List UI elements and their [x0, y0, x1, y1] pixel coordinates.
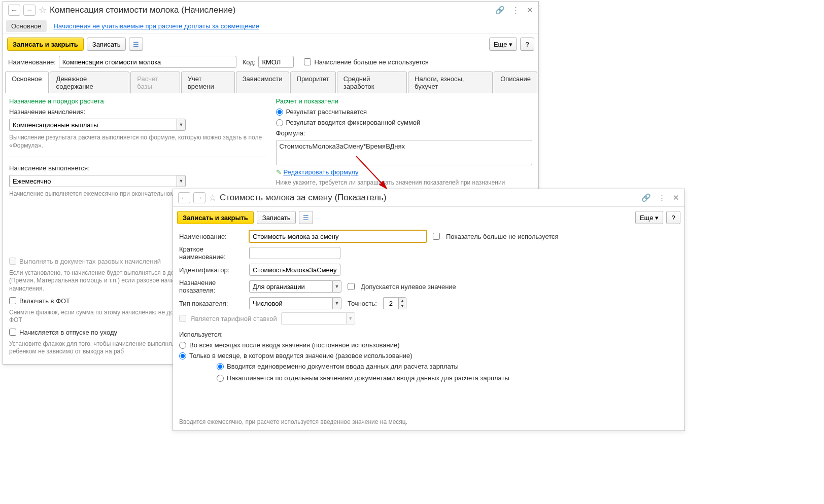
tab-average[interactable]: Средний заработок — [337, 71, 407, 93]
tariff-dropdown: ▼ — [281, 312, 355, 325]
chevron-down-icon[interactable]: ▼ — [177, 119, 186, 131]
id-input[interactable] — [249, 264, 340, 276]
not-used-checkbox[interactable] — [304, 58, 311, 65]
code-label: Код: — [243, 58, 256, 66]
save-close-button[interactable]: Записать и закрыть — [7, 38, 84, 51]
usage-accumulate-label: Накапливается по отдельным значениям док… — [227, 374, 509, 382]
short-label: Краткое наименование: — [179, 245, 245, 261]
chevron-down-icon[interactable]: ▼ — [177, 175, 186, 187]
tab-base: Расчет базы — [130, 71, 180, 93]
list-icon-button[interactable]: ☰ — [299, 211, 313, 224]
tab-taxes[interactable]: Налоги, взносы, бухучет — [408, 71, 493, 93]
window-title: Компенсация стоимости молока (Начисление… — [50, 5, 235, 15]
type-dropdown[interactable]: ▼ — [249, 297, 341, 309]
edit-formula-link[interactable]: Редактировать формулу — [284, 168, 359, 176]
link-icon[interactable]: 🔗 — [641, 193, 651, 202]
favorite-star-icon[interactable]: ☆ — [39, 5, 47, 16]
subnav-main[interactable]: Основное — [6, 20, 47, 32]
titlebar: ← → ☆ Стоимость молока за смену (Показат… — [173, 189, 684, 207]
save-button[interactable]: Записать — [257, 211, 296, 224]
tab-time[interactable]: Учет времени — [181, 71, 235, 93]
formula-textarea[interactable]: СтоимостьМолокаЗаСмену*ВремяВДнях — [276, 140, 533, 165]
indicator-window: ← → ☆ Стоимость молока за смену (Показат… — [173, 189, 685, 431]
fot-label: Включать в ФОТ — [19, 297, 70, 305]
right-group-title: Расчет и показатели — [276, 97, 533, 105]
not-used-label: Начисление больше не используется — [314, 58, 428, 66]
chevron-down-icon[interactable]: ▼ — [332, 280, 341, 293]
tab-main[interactable]: Основное — [5, 71, 49, 93]
help-button[interactable]: ? — [520, 38, 534, 51]
assign-value[interactable] — [9, 119, 177, 131]
precision-label: Точность: — [348, 300, 377, 307]
nav-back-button[interactable]: ← — [178, 192, 190, 203]
short-input[interactable] — [249, 247, 340, 259]
id-label: Идентификатор: — [179, 266, 245, 274]
subnav-link[interactable]: Начисления не учитываемые при расчете до… — [49, 20, 265, 32]
tab-monetary[interactable]: Денежное содержание — [50, 71, 130, 93]
field-grid: Наименование: Показатель больше не испол… — [173, 228, 684, 384]
close-icon[interactable]: ✕ — [527, 6, 533, 15]
exec-dropdown[interactable]: ▼ — [9, 175, 266, 187]
favorite-star-icon[interactable]: ☆ — [209, 192, 217, 203]
tab-desc[interactable]: Описание — [494, 71, 537, 93]
usage-single-doc-radio[interactable] — [217, 363, 224, 370]
list-icon-button[interactable]: ☰ — [129, 38, 143, 51]
kebab-menu-icon[interactable]: ⋮ — [658, 193, 666, 202]
subnav: Основное Начисления не учитываемые при р… — [3, 19, 538, 33]
nav-forward-button[interactable]: → — [23, 5, 36, 16]
result-fixed-label: Результат вводится фиксированной суммой — [286, 119, 421, 126]
assign-dropdown[interactable]: ▼ — [9, 119, 266, 131]
assign-label: Назначение начисления: — [9, 108, 266, 116]
usage-monthly-radio[interactable] — [179, 352, 186, 359]
more-button[interactable]: Еще ▾ — [489, 38, 517, 51]
result-calc-label: Результат рассчитывается — [286, 108, 367, 116]
purpose-dropdown[interactable]: ▼ — [249, 280, 341, 293]
fot-checkbox[interactable] — [9, 297, 16, 304]
toolbar: Записать и закрыть Записать ☰ Еще ▾ ? — [173, 207, 684, 228]
leave-checkbox[interactable] — [9, 329, 16, 336]
tariff-checkbox — [179, 315, 186, 322]
left-group-title: Назначение и порядок расчета — [9, 97, 266, 105]
nav-back-button[interactable]: ← — [8, 5, 20, 16]
exec-label: Начисление выполняется: — [9, 164, 266, 172]
spin-up-icon[interactable]: ▲ — [399, 298, 406, 303]
chevron-down-icon[interactable]: ▼ — [332, 297, 341, 309]
tabs: Основное Денежное содержание Расчет базы… — [3, 71, 538, 93]
code-input[interactable] — [258, 56, 294, 68]
spin-down-icon[interactable]: ▼ — [399, 303, 406, 309]
type-value[interactable] — [249, 297, 332, 309]
not-used-checkbox[interactable] — [433, 233, 440, 240]
result-fixed-radio[interactable] — [276, 119, 283, 126]
titlebar: ← → ☆ Компенсация стоимости молока (Начи… — [3, 2, 538, 19]
save-button[interactable]: Записать — [87, 38, 126, 51]
usage-label: Используется: — [179, 331, 223, 338]
tab-deps[interactable]: Зависимости — [236, 71, 289, 93]
pencil-icon: ✎ — [276, 168, 282, 176]
chevron-down-icon: ▼ — [346, 312, 355, 325]
zero-label: Допускается нулевое значение — [361, 283, 456, 291]
leave-label: Начисляется в отпуске по уходу — [19, 329, 117, 336]
zero-checkbox[interactable] — [348, 283, 355, 290]
single-doc-checkbox — [9, 258, 16, 265]
precision-value[interactable] — [383, 297, 398, 309]
tab-priority[interactable]: Приоритет — [290, 71, 336, 93]
name-input[interactable] — [59, 56, 236, 68]
usage-permanent-radio[interactable] — [179, 342, 186, 349]
purpose-value[interactable] — [249, 280, 332, 293]
not-used-label: Показатель больше не используется — [446, 233, 559, 240]
usage-accumulate-radio[interactable] — [217, 375, 224, 382]
save-close-button[interactable]: Записать и закрыть — [177, 211, 254, 224]
precision-stepper[interactable]: ▲▼ — [383, 297, 406, 309]
assign-hint: Вычисление результата расчета выполняетс… — [9, 134, 266, 150]
name-label: Наименование: — [179, 233, 245, 240]
nav-forward-button[interactable]: → — [193, 192, 205, 203]
more-button[interactable]: Еще ▾ — [635, 211, 663, 224]
result-calc-radio[interactable] — [276, 109, 283, 116]
exec-value[interactable] — [9, 175, 177, 187]
link-icon[interactable]: 🔗 — [495, 6, 505, 15]
name-input[interactable] — [249, 230, 427, 242]
footnote: Вводится ежемесячно, при расчете использ… — [173, 413, 684, 430]
help-button[interactable]: ? — [666, 211, 680, 224]
kebab-menu-icon[interactable]: ⋮ — [512, 6, 520, 15]
close-icon[interactable]: ✕ — [673, 193, 679, 202]
